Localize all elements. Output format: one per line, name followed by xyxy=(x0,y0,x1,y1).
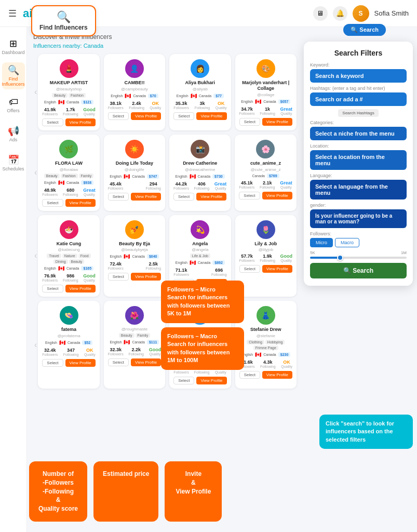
stat-followers-label: Followers xyxy=(108,267,124,270)
stat-quality-val: Good xyxy=(83,107,96,112)
niche-button[interactable]: Select a niche from the menu xyxy=(310,127,407,140)
sidebar-item-schedules[interactable]: 📅 Schedules xyxy=(2,150,25,177)
card-actions: Select View Profile xyxy=(108,358,161,366)
stat-followers-label: Followers xyxy=(42,278,58,282)
view-profile-button[interactable]: View Profile xyxy=(262,265,292,273)
view-profile-button[interactable]: View Profile xyxy=(65,199,96,207)
card-handle: @collage xyxy=(239,92,292,97)
select-button[interactable]: Select xyxy=(108,358,129,366)
select-button[interactable]: Select xyxy=(239,371,260,379)
range-slider[interactable] xyxy=(310,257,407,259)
hashtag-search-button[interactable]: Search Hashtags xyxy=(338,109,378,117)
stat-following: 3k Following xyxy=(195,101,210,110)
card-handle: @drewcatherine xyxy=(173,167,226,172)
card-name: Beauty By Eja xyxy=(108,241,161,247)
hashtag-button[interactable]: Search or add a # xyxy=(310,92,407,106)
monitor-icon[interactable]: 🖥 xyxy=(313,6,328,21)
view-profile-button[interactable]: View Profile xyxy=(131,358,161,366)
prev-arrow-2[interactable]: ‹ xyxy=(33,168,38,177)
select-button[interactable]: Select xyxy=(239,118,260,126)
card-handle: @roughmaste xyxy=(108,327,161,331)
stat-followers: 41.9k Followers xyxy=(42,107,58,116)
stat-following: 2.2k Following xyxy=(128,347,144,356)
card-country: Canada xyxy=(263,100,276,103)
flag-icon: 🇨🇦 xyxy=(255,352,261,357)
view-profile-button[interactable]: View Profile xyxy=(196,112,226,120)
flag-icon: 🇨🇦 xyxy=(58,265,64,271)
view-profile-button[interactable]: View Profile xyxy=(65,359,96,367)
card-stats: 35.3k Followers 3k Following OK Quality xyxy=(173,101,226,110)
stat-followers-val: 35.3k xyxy=(173,101,189,106)
card-lang: Canada xyxy=(252,174,265,178)
bell-icon[interactable]: 🔔 xyxy=(333,6,347,21)
sidebar-item-find-influencers[interactable]: 🔍 FindInfluencers xyxy=(2,62,25,89)
card-stats: 45.4k Followers 294 Following xyxy=(108,181,161,190)
tab-macro[interactable]: Macro xyxy=(335,238,359,247)
sidebar-item-dashboard[interactable]: ⊞ Dashboard xyxy=(2,33,25,60)
select-button[interactable]: Select xyxy=(173,112,194,120)
select-button[interactable]: Select xyxy=(42,118,63,126)
select-button[interactable]: Select xyxy=(173,377,194,384)
stat-followers-val: 45.1k xyxy=(239,180,254,185)
view-profile-button[interactable]: View Profile xyxy=(131,193,161,201)
sidebar-item-offers[interactable]: 🏷 Offers xyxy=(2,91,25,118)
location-label: Location: xyxy=(310,143,407,149)
prev-arrow-3[interactable]: ‹ xyxy=(33,251,38,260)
stat-following-label: Following xyxy=(146,267,162,270)
select-button[interactable]: Select xyxy=(239,265,260,273)
stat-quality-val: Great xyxy=(280,107,292,112)
card-country: Canada xyxy=(68,341,80,344)
range-dot xyxy=(337,255,343,261)
card-handle: @stefanie xyxy=(239,334,292,338)
bottom-annotations: Number of-Followers-Following&Quality sc… xyxy=(29,461,222,522)
select-button[interactable]: Select xyxy=(42,359,63,367)
stat-following-label: Following xyxy=(63,353,79,356)
select-button[interactable]: Select xyxy=(108,193,129,201)
view-profile-button[interactable]: View Profile xyxy=(65,118,96,126)
card-actions: Select View Profile xyxy=(173,112,226,120)
stat-following-label: Following xyxy=(195,106,210,110)
select-button[interactable]: Select xyxy=(108,112,129,120)
view-profile-button[interactable]: View Profile xyxy=(65,285,96,292)
prev-arrow-1[interactable]: ‹ xyxy=(33,87,38,97)
language-button[interactable]: Select a language from the menu xyxy=(310,180,407,200)
view-profile-button[interactable]: View Profile xyxy=(196,377,226,384)
sidebar-item-ads[interactable]: 📢 Ads xyxy=(2,121,25,148)
view-profile-button[interactable]: View Profile xyxy=(262,118,292,126)
card-handle: @doinglife xyxy=(108,167,161,172)
followers-section: Followers: Micro Macro 5K 1M xyxy=(310,231,407,259)
hamburger-icon[interactable]: ☰ xyxy=(8,8,17,19)
select-button[interactable]: Select xyxy=(239,192,260,200)
view-profile-button[interactable]: View Profile xyxy=(131,273,161,281)
view-profile-button[interactable]: View Profile xyxy=(131,112,161,120)
tab-micro[interactable]: Micro xyxy=(310,238,333,247)
select-button[interactable]: Select xyxy=(42,285,63,292)
influencer-card: 🌺 @roughmaste BeautyFamily English 🇨🇦Can… xyxy=(104,301,165,388)
annotation-followers: Number of-Followers-Following&Quality sc… xyxy=(29,461,87,522)
stat-following: 986 Following xyxy=(63,273,78,282)
select-button[interactable]: Select xyxy=(173,193,194,201)
influencer-card: 👗 Stefanie Drew @stefanie ClothingHobbyi… xyxy=(235,301,297,388)
select-button[interactable]: Select xyxy=(42,199,63,207)
view-profile-button[interactable]: View Profile xyxy=(196,193,226,201)
keyword-button[interactable]: Search a keyword xyxy=(310,69,407,83)
card-stats: 31.6k Followers 4.3k Following OK Qualit… xyxy=(239,360,292,368)
search-callout-top[interactable]: 🔍 Search xyxy=(343,24,386,36)
card-flags: English 🇨🇦Canada $057 xyxy=(239,99,292,104)
stat-followers-label: Followers xyxy=(108,106,124,110)
influencer-card: 👤 CAMBE!! @campbeauty English 🇨🇦Canada $… xyxy=(104,54,165,130)
prev-arrow-4[interactable]: ‹ xyxy=(33,340,38,350)
view-profile-button[interactable]: View Profile xyxy=(262,371,292,379)
search-button[interactable]: 🔍 Search xyxy=(310,263,407,278)
price-badge: $165 xyxy=(81,266,93,271)
gender-button[interactable]: Is your influencer going to be a man or … xyxy=(310,209,407,228)
view-profile-button[interactable]: View Profile xyxy=(262,192,292,200)
stat-following-val: 294 xyxy=(145,181,161,187)
stat-followers-label: Followers xyxy=(108,187,124,190)
influencer-card: 🌷 Lily & Job @lilyjob 57.7k Followers 1.… xyxy=(235,215,297,297)
location-button[interactable]: Select a location from the menu xyxy=(310,150,407,170)
influencer-card: 🌿 FLORA LAW @floralaw BeautyFashionFamil… xyxy=(38,135,99,211)
stat-quality: OK Quality xyxy=(84,348,96,356)
stat-followers-val: 76.9k xyxy=(42,273,58,278)
select-button[interactable]: Select xyxy=(108,273,129,281)
